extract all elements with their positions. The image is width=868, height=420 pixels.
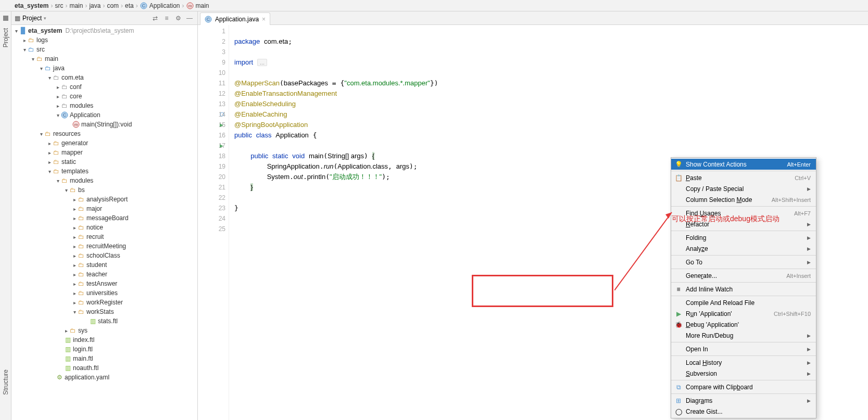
method-icon: m [186,2,194,9]
tree-core[interactable]: ▸🗀core [11,92,197,101]
spring-icon[interactable]: ⬡ [220,109,224,120]
gear-icon[interactable]: ⚙ [173,14,183,23]
editor-tab-application[interactable]: C Application.java × [200,12,270,25]
tree-static[interactable]: ▸🗀static [11,157,197,167]
menu-generate[interactable]: Generate...Alt+Insert [671,270,816,281]
chevron-right-icon: › [85,2,87,9]
bc-root[interactable]: eta_system [15,2,48,9]
rail-icon[interactable] [3,16,8,21]
dropdown-icon[interactable]: ▾ [44,16,46,21]
menu-debug-application[interactable]: 🐞Debug 'Application' [671,319,816,330]
rail-structure-tab[interactable]: Structure [1,365,10,399]
folder-icon: 🗀 [77,251,85,260]
tree-t-modules[interactable]: ▾🗀modules [11,176,197,185]
tree-root[interactable]: ▾▉eta_systemD:\project\bs\eta_system [11,26,197,35]
run-icon: ▶ [674,310,683,317]
debug-icon: 🐞 [674,321,683,328]
project-tree[interactable]: ▾▉eta_systemD:\project\bs\eta_system ▸🗀l… [11,25,197,420]
tree-notice[interactable]: ▸🗀notice [11,223,197,232]
menu-separator [671,355,816,356]
tree-workStats[interactable]: ▾🗀workStats [11,307,197,316]
tree-recruitMeeting[interactable]: ▸🗀recruitMeeting [11,241,197,251]
collapse-all-icon[interactable]: ≡ [162,14,171,23]
bc-java[interactable]: java [89,2,100,9]
tree-mapper[interactable]: ▸🗀mapper [11,148,197,157]
menu-more-run-debug[interactable]: More Run/Debug▶ [671,330,816,341]
menu-local-history[interactable]: Local History▶ [671,357,816,368]
bc-src[interactable]: src [55,2,63,9]
tree-resources[interactable]: ▾🗀resources [11,129,197,138]
editor-tab-bar: C Application.java × [198,11,868,25]
module-icon: ▉ [19,27,27,35]
tree-main-ftl[interactable]: ▥main.ftl [11,354,197,363]
tree-src[interactable]: ▾🗀src [11,45,197,54]
tree-major[interactable]: ▸🗀major [11,204,197,213]
folder-icon: 🗀 [77,233,85,241]
menu-separator [671,393,816,394]
tree-testAnswer[interactable]: ▸🗀testAnswer [11,279,197,288]
close-tab-icon[interactable]: × [262,16,266,23]
tree-com-eta[interactable]: ▾🗀com.eta [11,73,197,82]
bc-com[interactable]: com [107,2,119,9]
tree-main-method[interactable]: mmain(String[]):void [11,120,197,129]
tool-rail-left: Project Structure [0,11,11,420]
method-icon: m [72,120,80,129]
menu-folding[interactable]: Folding▶ [671,232,816,243]
tree-login-ftl[interactable]: ▥login.ftl [11,345,197,354]
project-dropdown-icon[interactable]: ▦ [15,15,20,22]
menu-show-context-actions[interactable]: 💡Show Context ActionsAlt+Enter [671,159,816,170]
tree-conf[interactable]: ▸🗀conf [11,82,197,92]
project-panel-title[interactable]: Project [22,15,42,22]
folder-icon: 🗀 [77,214,85,222]
bc-eta[interactable]: eta [125,2,134,9]
menu-copy-paste-special[interactable]: Copy / Paste Special▶ [671,183,816,194]
tree-generator[interactable]: ▸🗀generator [11,138,197,148]
tree-teacher[interactable]: ▸🗀teacher [11,270,197,279]
menu-paste[interactable]: 📋PasteCtrl+V [671,172,816,183]
tree-universities[interactable]: ▸🗀universities [11,288,197,298]
tree-logs[interactable]: ▸🗀logs [11,35,197,45]
tree-bs[interactable]: ▾🗀bs [11,185,197,195]
menu-open-in[interactable]: Open In▶ [671,343,816,354]
menu-subversion[interactable]: Subversion▶ [671,368,816,379]
menu-analyze[interactable]: Analyze▶ [671,243,816,254]
editor-gutter[interactable]: 123910111213⬡14▶1516▶171819202122232425 [198,25,229,420]
bc-method[interactable]: main [196,2,209,9]
tree-main[interactable]: ▾🗀main [11,54,197,63]
bc-application[interactable]: Application [149,2,180,9]
tree-messageBoard[interactable]: ▸🗀messageBoard [11,213,197,223]
tree-templates[interactable]: ▾🗀templates [11,167,197,176]
chevron-right-icon: › [65,2,67,9]
menu-compare-clipboard[interactable]: ⧉Compare with Clipboard [671,381,816,392]
tree-index-ftl[interactable]: ▥index.ftl [11,335,197,345]
tree-stats-ftl[interactable]: ▥stats.ftl [11,316,197,326]
tree-modules[interactable]: ▸🗀modules [11,101,197,110]
tree-analysisReport[interactable]: ▸🗀analysisReport [11,195,197,204]
select-opened-icon[interactable]: ⇄ [150,14,160,23]
run-gutter-icon[interactable]: ▶ [220,141,223,151]
tree-workRegister[interactable]: ▸🗀workRegister [11,298,197,307]
menu-column-selection[interactable]: Column Selection ModeAlt+Shift+Insert [671,194,816,205]
menu-run-application[interactable]: ▶Run 'Application'Ctrl+Shift+F10 [671,308,816,319]
tree-recruit[interactable]: ▸🗀recruit [11,232,197,241]
tree-schoolClass[interactable]: ▸🗀schoolClass [11,251,197,260]
menu-diagrams[interactable]: ⊞Diagrams▶ [671,395,816,406]
hide-icon[interactable]: — [185,14,194,23]
folder-icon: 🗀 [27,45,35,54]
tree-app-yaml[interactable]: ⚙application.yaml [11,373,197,382]
project-panel-header: ▦ Project ▾ ⇄ ≡ ⚙ — [11,11,197,25]
tree-noauth-ftl[interactable]: ▥noauth.ftl [11,363,197,373]
menu-add-inline-watch[interactable]: ≡Add Inline Watch [671,284,816,295]
tree-java[interactable]: ▾🗀java [11,63,197,73]
tree-application[interactable]: ▾CApplication [11,110,197,120]
menu-create-gist[interactable]: ◯Create Gist... [671,406,816,417]
menu-separator [671,206,816,207]
bc-main[interactable]: main [69,2,83,9]
menu-separator [671,296,816,296]
tree-sys[interactable]: ▸🗀sys [11,326,197,335]
rail-project-tab[interactable]: Project [1,24,10,52]
menu-goto[interactable]: Go To▶ [671,257,816,268]
menu-compile-reload[interactable]: Compile And Reload File [671,297,816,308]
tree-student[interactable]: ▸🗀student [11,260,197,270]
run-gutter-icon[interactable]: ▶ [220,120,223,130]
